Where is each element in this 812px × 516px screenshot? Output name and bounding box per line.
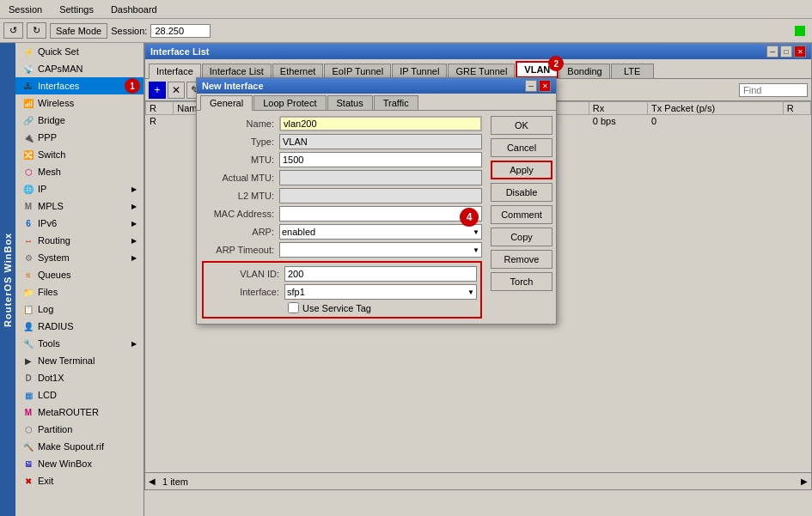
sidebar-item-mpls[interactable]: M MPLS [15,197,143,215]
menu-bar: Session Settings Dashboard [0,0,812,19]
makesupout-icon: 🔨 [22,440,34,452]
tab-gre-tunnel[interactable]: GRE Tunnel [448,64,515,78]
safe-mode-button[interactable]: Safe Mode [50,23,107,39]
mtu-input[interactable] [279,152,482,167]
col-header-r: R [146,102,174,115]
dialog-tab-general[interactable]: General [200,95,253,111]
tab-bonding[interactable]: Bonding [559,64,609,78]
sidebar-item-capsman[interactable]: 📡 CAPsMAN [15,60,143,77]
apply-button[interactable]: Apply [491,161,553,179]
dialog-minimize-button[interactable]: ─ [525,80,537,92]
name-input[interactable] [279,116,482,131]
dialog-tab-status[interactable]: Status [327,95,373,110]
dialog-form: 4 Name: Type: MTU: Actual [197,111,487,324]
disable-button[interactable]: Disable [491,183,553,202]
minimize-button[interactable]: ─ [766,46,778,58]
sidebar-label-tools: Tools [38,338,60,349]
form-row-mtu: MTU: [202,152,482,167]
remove-interface-button[interactable]: ✕ [168,82,185,99]
remove-button[interactable]: Remove [491,250,553,269]
tools-icon: 🔧 [22,337,34,349]
sidebar-label-switch: Switch [38,149,65,160]
menu-dashboard[interactable]: Dashboard [106,3,162,16]
interface-select[interactable]: sfp1 ▼ [284,284,477,300]
sidebar-label-interfaces: Interfaces [38,81,79,91]
redo-button[interactable]: ↻ [27,22,46,39]
arp-timeout-select[interactable]: ▼ [279,242,482,258]
tab-interface-list[interactable]: Interface List [202,64,272,78]
window-controls: ─ □ ✕ [766,46,806,58]
files-icon: 📁 [22,286,34,298]
connection-status-indicator [795,26,805,36]
arp-value: enabled [282,227,315,237]
sidebar-item-newterminal[interactable]: ▶ New Terminal [15,352,143,369]
menu-settings[interactable]: Settings [54,3,99,16]
find-input[interactable] [739,83,808,97]
routing-icon: ↔ [22,234,34,246]
mesh-icon: ⬡ [22,166,34,178]
ok-button[interactable]: OK [491,116,553,135]
dialog-tab-traffic[interactable]: Traffic [374,95,418,110]
comment-button[interactable]: Comment [491,205,553,224]
sidebar-item-log[interactable]: 📋 Log [15,300,143,318]
sidebar-label-quickset: Quick Set [38,46,79,57]
lcd-icon: ▦ [22,389,34,401]
dialog-tab-loop-protect[interactable]: Loop Protect [253,95,326,110]
use-service-tag-checkbox[interactable] [288,302,299,313]
tab-vlan[interactable]: VLAN 2 [516,61,559,78]
sidebar-item-system[interactable]: ⚙ System [15,249,143,266]
l2-mtu-label: L2 MTU: [202,191,279,201]
mac-input[interactable] [279,206,482,222]
new-interface-dialog: New Interface ─ ✕ General Loop Protect S… [196,77,557,325]
sidebar-item-lcd[interactable]: ▦ LCD [15,386,143,404]
sidebar-label-ppp: PPP [38,132,57,143]
ipv6-icon: 6 [22,217,34,229]
undo-button[interactable]: ↺ [3,22,23,39]
session-input[interactable] [150,24,211,38]
scroll-left-button[interactable]: ◀ [149,477,156,486]
form-row-mac: MAC Address: [202,206,482,222]
arp-select[interactable]: enabled ▼ [279,224,482,240]
sidebar-label-routing: Routing [38,235,70,246]
sidebar-item-interfaces[interactable]: 🖧 Interfaces 1 [15,77,143,94]
row-tx-packet: 0 [648,115,784,128]
sidebar-item-metarouter[interactable]: M MetaROUTER [15,404,143,421]
torch-button[interactable]: Torch [491,272,553,291]
cancel-button[interactable]: Cancel [491,138,553,157]
sidebar-item-mesh[interactable]: ⬡ Mesh [15,163,143,180]
restore-button[interactable]: □ [780,46,792,58]
tab-interface[interactable]: Interface [149,64,201,79]
add-interface-button[interactable]: + [149,82,166,99]
sidebar-item-files[interactable]: 📁 Files [15,283,143,300]
sidebar-item-partition[interactable]: ⬡ Partition [15,421,143,438]
sidebar-item-dot1x[interactable]: D Dot1X [15,369,143,386]
tab-ip-tunnel[interactable]: IP Tunnel [392,64,447,78]
sidebar-item-exit[interactable]: ✖ Exit [15,472,143,489]
close-button[interactable]: ✕ [794,46,806,58]
sidebar-item-queues[interactable]: ≡ Queues [15,266,143,283]
sidebar-item-radius[interactable]: 👤 RADIUS [15,318,143,335]
sidebar-label-metarouter: MetaROUTER [38,407,99,417]
sidebar-item-ip[interactable]: 🌐 IP [15,180,143,197]
tab-lte[interactable]: LTE [611,64,654,78]
sidebar-item-newwinbox[interactable]: 🖥 New WinBox [15,455,143,472]
sidebar-item-switch[interactable]: 🔀 Switch [15,146,143,163]
sidebar-item-wireless[interactable]: 📶 Wireless [15,94,143,112]
actual-mtu-label: Actual MTU: [202,173,279,183]
sidebar-item-quickset[interactable]: ⚡ Quick Set [15,43,143,60]
dialog-title-bar: New Interface ─ ✕ [197,78,556,94]
sidebar-item-tools[interactable]: 🔧 Tools [15,335,143,352]
dialog-close-button[interactable]: ✕ [539,80,551,92]
sidebar-item-ppp[interactable]: 🔌 PPP [15,129,143,146]
vlan-id-input[interactable] [284,266,477,282]
tab-eoip-tunnel[interactable]: EoIP Tunnel [324,64,391,78]
tab-ethernet[interactable]: Ethernet [272,64,324,78]
menu-session[interactable]: Session [3,3,47,16]
sidebar-item-routing[interactable]: ↔ Routing [15,232,143,249]
sidebar-item-ipv6[interactable]: 6 IPv6 [15,215,143,232]
copy-button[interactable]: Copy [491,228,553,246]
queues-icon: ≡ [22,269,34,281]
scroll-right-button[interactable]: ▶ [801,477,808,486]
sidebar-item-bridge[interactable]: 🔗 Bridge [15,112,143,129]
sidebar-item-makesupout[interactable]: 🔨 Make Supout.rif [15,438,143,455]
